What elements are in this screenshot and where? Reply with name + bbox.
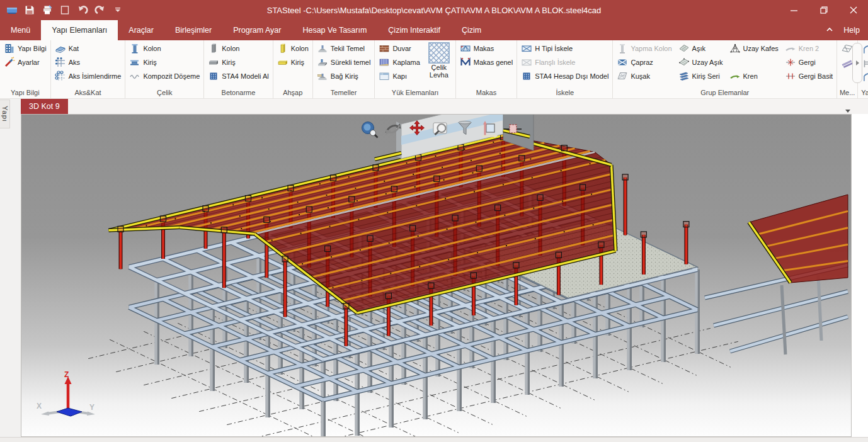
ribbon-collapse-chevron-icon[interactable] <box>825 26 834 35</box>
ribbon-item-label: Kuşak <box>631 72 650 80</box>
ribbon-item-aks[interactable]: Aks <box>52 55 125 69</box>
sidebar-tab-yapi[interactable]: Yapı <box>0 99 10 128</box>
ribbon-item-kapi[interactable]: Kapı <box>375 69 423 83</box>
section-button[interactable] <box>503 119 523 139</box>
ribbon-group-ah-ap: KolonKirişAhşap <box>273 40 313 98</box>
undo-icon[interactable] <box>76 4 88 16</box>
ribbon-scroll-right-icon <box>855 60 860 66</box>
ribbon-item-aks-isimlendirme[interactable]: Aks İsimlendirme <box>52 69 125 83</box>
rotate-view-button[interactable] <box>383 119 403 139</box>
ribbon-item-gergi-basit[interactable]: Gergi Basit <box>782 69 836 83</box>
ribbon-item-ayarlar[interactable]: Ayarlar <box>1 55 50 69</box>
ribbon-item-celik-levha[interactable]: Çelik Levha <box>423 42 455 79</box>
ribbon-item-makas-genel[interactable]: Makas genel <box>457 55 516 69</box>
tie-icon <box>785 57 796 68</box>
axis-triad: Z X Y <box>38 371 98 424</box>
axis-x-label: X <box>37 402 42 411</box>
ribbon-item-kiris-seri[interactable]: Kiriş Seri <box>675 69 726 83</box>
space-truss-icon <box>729 43 741 54</box>
restore-button[interactable] <box>809 0 838 20</box>
ribbon-group-i-skele: H Tipi İskeleFlanşlı İskeleSTA4 Hesap Dı… <box>517 40 613 98</box>
print-icon[interactable] <box>41 4 53 16</box>
ribbon-item-label: STA4 Hesap Dışı Model <box>535 72 608 80</box>
menu-tab-men-[interactable]: Menü <box>0 20 41 40</box>
ribbon-item-label: Flanşlı İskele <box>535 59 575 66</box>
wood-column-icon <box>277 43 288 54</box>
menu-tab-ara-lar[interactable]: Araçlar <box>118 20 164 40</box>
conc-beam-icon <box>208 57 219 68</box>
ribbon-item-h-tipi-iskele[interactable]: H Tipi İskele <box>518 42 612 55</box>
ribbon-item-betonarme-kiris[interactable]: Kiriş <box>205 55 271 69</box>
ribbon-item-label: Çapraz <box>631 59 653 66</box>
menu-tab-hesap-ve-tasar-m[interactable]: Hesap Ve Tasarım <box>292 20 377 40</box>
axis-z-label: Z <box>64 370 69 379</box>
close-button[interactable] <box>838 0 868 20</box>
ribbon-item-surekli-temel[interactable]: Sürekli temel <box>314 55 374 69</box>
new-drawing-icon[interactable] <box>59 4 71 16</box>
h-truss-gray-icon <box>521 57 532 68</box>
3d-model-canvas[interactable] <box>21 115 851 436</box>
ribbon-item-kat[interactable]: Kat <box>52 42 125 55</box>
help-link[interactable]: Help <box>843 26 860 35</box>
zoom-window-button[interactable] <box>431 119 451 139</box>
ribbon-item-yapi-bilgi[interactable]: Yapı Bilgi <box>1 42 50 55</box>
ribbon-item-label: Gergi <box>799 59 816 66</box>
ribbon-item-uzay-asik[interactable]: Uzay Aşık <box>675 55 726 69</box>
plate-icon <box>428 42 450 64</box>
pan-button[interactable] <box>407 119 427 139</box>
ribbon-item-tekil-temel[interactable]: Tekil Temel <box>314 42 374 55</box>
zoom-extents-button[interactable] <box>359 119 379 139</box>
ribbon-group-temeller: Tekil TemelSürekli temelBağ KirişTemelle… <box>313 40 375 98</box>
customize-caret-icon[interactable] <box>111 4 123 16</box>
ribbon-item-label: Kat <box>69 45 79 52</box>
ribbon-item-kren[interactable]: Kren <box>726 69 782 83</box>
ribbon-item-ahsap-kiris[interactable]: Kiriş <box>274 55 312 69</box>
chevron-down-icon <box>845 108 851 113</box>
ribbon-item-label: Kiriş Seri <box>692 72 720 80</box>
ribbon-item-label: Kren 2 <box>799 45 819 52</box>
menu-tab--izim-interaktif[interactable]: Çizim Interaktif <box>377 20 451 40</box>
ribbon-item-makas[interactable]: Makas <box>457 42 516 55</box>
ribbon-item-uzay-kafes[interactable]: Uzay Kafes <box>726 42 782 55</box>
minimize-icon <box>791 7 797 14</box>
grid-label-icon <box>55 71 66 82</box>
ribbon-item-ahsap-kolon[interactable]: Kolon <box>274 42 312 55</box>
ribbon-group-caption: Makas <box>457 88 516 98</box>
menu-right: Help <box>825 20 868 40</box>
ribbon-group-caption: İskele <box>518 88 612 98</box>
ribbon-item-kompozit-doseme[interactable]: Kompozit Döşeme <box>126 69 203 83</box>
ribbon-item-flansli-iskele: Flanşlı İskele <box>518 55 612 69</box>
minimize-button[interactable] <box>779 0 809 20</box>
filter-button[interactable] <box>455 119 475 139</box>
ribbon-scroll-button[interactable] <box>852 43 862 83</box>
ribbon-item-sta4-hesap-disi[interactable]: STA4 Hesap Dışı Model <box>518 69 612 83</box>
ribbon-item-celik-kiris[interactable]: Kiriş <box>126 55 203 69</box>
building-icon <box>4 43 15 54</box>
ribbon-item-kusak[interactable]: Kuşak <box>614 69 675 83</box>
ribbon-item-sta4-modeli-al[interactable]: STA4 Modeli Al <box>205 69 271 83</box>
ribbon-item-bag-kiris[interactable]: Bağ Kiriş <box>314 69 374 83</box>
status-bar <box>0 437 868 442</box>
save-icon[interactable] <box>23 4 35 16</box>
ribbon-item-asik[interactable]: Aşık <box>675 42 726 55</box>
ribbon-item-kaplama[interactable]: Kaplama <box>375 55 423 69</box>
ribbon-item-duvar[interactable]: Duvar <box>375 42 423 55</box>
redo-icon[interactable] <box>94 4 106 16</box>
ribbon-item-capraz[interactable]: Çapraz <box>614 55 675 69</box>
ucs-plane-button[interactable] <box>479 119 499 139</box>
footing-tie-icon <box>317 71 328 82</box>
ribbon-item-label: Kiriş <box>291 59 304 66</box>
menu-tab-program-ayar[interactable]: Program Ayar <box>222 20 292 40</box>
menu-tab-yapi-elemanlari[interactable]: Yapı Elemanları <box>41 20 118 40</box>
menu-tab-birle-imler[interactable]: Birleşimler <box>164 20 222 40</box>
menu-tab--izim[interactable]: Çizim <box>451 20 492 40</box>
ribbon: Yapı BilgiAyarlarYapı BilgiKatAksAks İsi… <box>0 40 868 99</box>
doc-tab-3d-kot-9[interactable]: 3D Kot 9 <box>21 99 68 114</box>
ribbon-item-celik-kolon[interactable]: Kolon <box>126 42 203 55</box>
ribbon-item-gergi[interactable]: Gergi <box>782 55 836 69</box>
app-logo-icon[interactable] <box>6 4 18 16</box>
ribbon-group-caption: Temeller <box>314 88 374 98</box>
sta4-icon <box>208 71 219 82</box>
ribbon-item-label: Aks İsimlendirme <box>69 72 122 80</box>
ribbon-item-betonarme-kolon[interactable]: Kolon <box>205 42 271 55</box>
